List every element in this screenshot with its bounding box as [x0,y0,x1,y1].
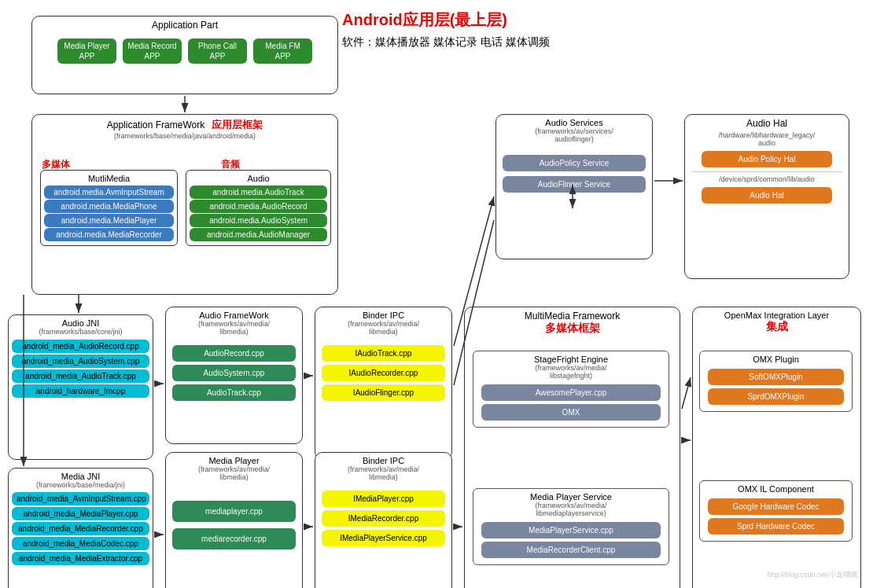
binder-ipc-audio-container: Binder IPC (frameworks/av/media/ libmedi… [315,307,452,460]
sprd-omx-plugin: SprdOMXPlugin [708,388,844,405]
audio-jni-2: android_media_AudioSystem.cpp [12,355,149,368]
android-layer-title: Android应用层(最上层) [342,9,507,31]
media-jni-5: android_media_MediaExtractor.cpp [12,552,149,565]
binder-ipc-audio-title: Binder IPC [315,311,451,320]
binder-media-3: IMediaPlayerService.cpp [322,530,445,546]
audio-hal-container: Audio Hal /hardware/libhardware_legacy/ … [684,114,849,279]
audio-hal-subtitle2: /device/sprd/common/lib/audio [685,175,849,183]
svg-line-15 [682,377,691,409]
soft-omx-plugin: SoftOMXPlugin [708,369,844,385]
audio-services-items: AudioPolicy Service AudioFlinger Service [496,155,652,193]
hal-divider [691,171,842,172]
media-player-service-items: MediaPlayerService.cpp MediaRecorderClie… [477,522,665,558]
audio-services-title: Audio Services [496,118,652,127]
app-framework-label: Application FrameWork [107,119,205,130]
audio-hal: Audio Hal [702,187,832,204]
media-jni-1: android_media_AvmInputStream.cpp [12,492,149,505]
audio-fw-2: AudioSystem.cpp [172,365,296,381]
media-player-title: Media Player [166,456,302,465]
audio-fw-1: AudioRecord.cpp [172,345,296,362]
media-jni-subtitle: (frameworks/base/media/jni) [9,481,153,489]
audio-hal-subtitle1: /hardware/libhardware_legacy/ audio [685,131,849,147]
media-jni-3: android_media_MediaRecorder.cpp [12,522,149,535]
audio-jni-4: android_hardware_fmcpp [12,384,149,398]
audio-framework-title: Audio FrameWork [166,311,302,320]
app-framework-container: Application FrameWork 应用层框架 (frameworks/… [31,114,338,295]
audio-jni-container: Audio JNI (frameworks/base/core/jni) and… [8,314,153,460]
omx-il-title: OMX IL Component [703,484,849,494]
audio-item-4: android.media.AudioManager [190,228,327,241]
media-player-container: Media Player (frameworks/av/media/ libme… [165,452,303,588]
app-phone-call: Phone Call APP [188,39,247,64]
audio-framework-subtitle: (frameworks/av/media/ libmedia) [166,320,302,336]
audio-framework-container: Audio FrameWork (frameworks/av/media/ li… [165,307,303,444]
omx-il-items: Google Hardware Codec Sprd Hardware Code… [703,498,849,535]
audio-jni-title: Audio JNI [9,318,153,328]
audio-jni-3: android_media_AudioTrack.cpp [12,369,149,383]
stagefright-subbox: StageFright Engine (frameworks/av/media/… [473,351,669,428]
app-media-player: Media Player APP [57,39,116,64]
google-hw-codec: Google Hardware Codec [708,498,844,515]
binder-ipc-audio-subtitle: (frameworks/av/media/ libmedia) [315,320,451,336]
media-jni-container: Media JNI (frameworks/base/media/jni) an… [8,468,153,588]
omx-plugin-subbox: OMX Plugin SoftOMXPlugin SprdOMXPlugin [699,351,853,412]
app-part-apps: Media Player APP Media Record APP Phone … [32,37,337,65]
app-framework-title: Application FrameWork 应用层框架 [32,118,337,132]
multimedia-framework-cn: 多媒体框架 [465,322,680,336]
binder-audio-1: IAudioTrack.cpp [322,345,445,362]
media-player-service-1: MediaPlayerService.cpp [481,522,661,538]
media-jni-2: android_media_MediaPlayer.cpp [12,507,149,520]
media-player-items: mediaplayer.cpp mediarecorder.cpp [166,501,302,549]
awesome-player: AwesomePlayer.cpp [481,384,661,401]
audio-flinger-service: AudioFlinger Service [503,176,646,193]
omx-plugin-title: OMX Plugin [703,355,849,364]
stagefright-title: StageFright Engine [477,355,665,364]
audio-title: Audio [190,174,327,183]
audio-policy-service: AudioPolicy Service [503,155,646,171]
audio-subbox: Audio android.media.AudioTrack android.m… [186,170,331,246]
audio-services-container: Audio Services (frameworks/av/services/ … [495,114,653,259]
media-recorder-client: MediaRecorderClient.cpp [481,542,661,558]
multimedia-framework-title: MultiMedia Framework [465,311,680,322]
audio-services-subtitle: (frameworks/av/services/ audioflinger) [496,127,652,143]
mm-item-1: android.media.AvmInputStream [44,186,174,199]
multimedia-title: MutliMedia [44,174,174,183]
omx-il-subbox: OMX IL Component Google Hardware Codec S… [699,480,853,542]
audio-policy-hal: Audio Policy Hal [702,151,832,167]
audio-framework-items: AudioRecord.cpp AudioSystem.cpp AudioTra… [166,345,302,401]
media-player-2: mediarecorder.cpp [172,528,296,549]
media-player-service-subtitle: (frameworks/av/media/ libmediaplayerserv… [477,502,665,517]
multimedia-subbox: MutliMedia android.media.AvmInputStream … [40,170,178,246]
app-media-fm: Media FM APP [253,39,312,64]
mm-item-2: android.media.MediaPhone [44,200,174,213]
binder-ipc-media-title: Binder IPC [315,456,451,465]
omx-plugin-items: SoftOMXPlugin SprdOMXPlugin [703,369,849,405]
binder-audio-2: IAudioRecorder.cpp [322,365,445,381]
media-player-subtitle: (frameworks/av/media/ libmedia) [166,465,302,481]
audio-item-1: android.media.AudioTrack [190,186,327,199]
app-framework-subtitle: (frameworks/base/media/java/android/medi… [32,132,337,140]
app-media-record: Media Record APP [123,39,182,64]
media-jni-4: android_media_MediaCodec.cpp [12,537,149,550]
sprd-hw-codec: Sprd Hardware Codec [708,518,844,535]
integration-label: 集成 [693,320,860,334]
audio-item-3: android.media.AudioSystem [190,214,327,227]
binder-ipc-media-container: Binder IPC (frameworks/av/media/ libmedi… [315,452,452,588]
binder-ipc-audio-items: IAudioTrack.cpp IAudioRecorder.cpp IAudi… [315,345,451,401]
binder-media-2: IMediaRecorder.cpp [322,510,445,527]
binder-media-1: IMediaPlayer.cpp [322,491,445,507]
audio-jni-subtitle: (frameworks/base/core/jni) [9,328,153,336]
app-part-title: Application Part [32,20,337,31]
binder-ipc-media-subtitle: (frameworks/av/media/ libmedia) [315,465,451,481]
media-jni-title: Media JNI [9,472,153,481]
app-framework-cn: 应用层框架 [212,119,263,130]
audio-jni-items: android_media_AudioRecord.cpp android_me… [9,340,153,398]
media-player-1: mediaplayer.cpp [172,501,296,522]
watermark: http://blog.csdn.net/小龙哦嗯 [767,570,857,580]
audio-fw-3: AudioTrack.cpp [172,384,296,401]
android-layer-subtitle: 软件：媒体播放器 媒体记录 电话 媒体调频 [342,35,550,50]
stagefright-subtitle: (frameworks/av/media/ libstagefright) [477,364,665,380]
multimedia-framework-container: MultiMedia Framework 多媒体框架 StageFright E… [464,307,680,588]
mm-item-3: android.media.MediaPlayer [44,214,174,227]
mm-item-4: android.media.MediaRecorder [44,228,174,241]
